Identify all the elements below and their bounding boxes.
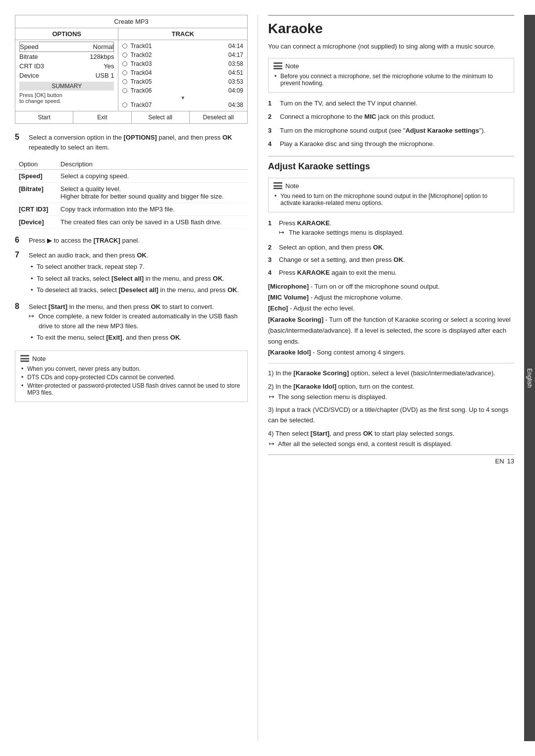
step-8-text: Select [Start] in the menu, and then pre…	[29, 302, 248, 345]
track-time-7: 04:38	[228, 101, 243, 108]
adjust-step-1: 1 Press KARAOKE. The karaoke settings me…	[268, 218, 514, 240]
step-8-arrow-1: Once complete, a new folder is created a…	[29, 311, 248, 331]
select-all-button[interactable]: Select all	[132, 111, 190, 123]
exit-button[interactable]: Exit	[73, 111, 131, 123]
option-desc-bitrate: Select a quality level.Higher bitrate fo…	[56, 183, 248, 203]
adjust-step-4-text: Press KARAOKE again to exit the menu.	[279, 268, 397, 278]
step-7-bullet-3: To deselect all tracks, select [Deselect…	[29, 285, 239, 295]
track-time-6: 04:09	[228, 87, 243, 94]
track-time-5: 03:53	[228, 78, 243, 85]
karaoke-step-2-num: 2	[268, 112, 275, 122]
karaoke-title: Karaoke	[268, 15, 514, 37]
option-desc-crtid3: Copy track information into the MP3 file…	[56, 203, 248, 216]
adjust-step-3-num: 3	[268, 255, 275, 265]
adjust-note-header: Note	[273, 182, 509, 190]
track-header: TRACK	[118, 28, 248, 40]
note-box-1: Note When you convert, never press any b…	[15, 351, 248, 402]
track-name-7: Track07	[130, 101, 225, 108]
karaoke-intro: You can connect a microphone (not suppli…	[268, 42, 514, 52]
step-7-bullet-1: To select another track, repeat step 7.	[29, 262, 239, 272]
bottom-buttons: Start Exit Select all Deselect all	[15, 111, 248, 124]
track-item-4[interactable]: Track04 04:51	[122, 68, 243, 77]
option-key-speed: [Speed]	[15, 170, 56, 183]
option-key-crtid3: [CRT ID3]	[15, 203, 56, 216]
en-label: EN	[495, 457, 504, 465]
track-circle-6	[122, 88, 127, 93]
karaoke-step-3-text: Turn on the microphone sound output (see…	[280, 126, 485, 136]
adjust-note-icon	[273, 182, 282, 189]
track-item-5[interactable]: Track05 03:53	[122, 77, 243, 86]
step-7: 7 Select an audio track, and then press …	[15, 251, 248, 297]
track-item-6[interactable]: Track06 04:09	[122, 86, 243, 95]
track-item-7[interactable]: Track07 04:38	[122, 101, 243, 109]
bottom-step-4: 4) Then select [Start], and press OK to …	[268, 429, 514, 450]
option-crtid3-label: CRT ID3	[19, 62, 44, 70]
bottom-step-3: 3) Input a track (VCD/SVCD) or a title/c…	[268, 405, 514, 426]
option-key-device: [Device]	[15, 216, 56, 229]
bottom-section: 1) In the [Karaoke Scoring] option, sele…	[268, 363, 514, 450]
option-row-crtid3: [CRT ID3] Copy track information into th…	[15, 203, 248, 216]
note-item-1-3: Writer-protected or password-protected U…	[20, 382, 242, 396]
track-time-3: 03:58	[228, 60, 243, 67]
col-desc: Description	[56, 159, 248, 170]
option-device[interactable]: Device USB 1	[19, 71, 114, 80]
adjust-step-2-text: Select an option, and then press OK.	[279, 243, 384, 252]
adjust-step-2-num: 2	[268, 243, 275, 252]
option-bitrate-value: 128kbps	[90, 53, 114, 60]
track-name-4: Track04	[130, 69, 225, 76]
step-7-text: Select an audio track, and then press OK…	[29, 251, 239, 297]
step-5: 5 Select a conversion option in the [OPT…	[15, 133, 248, 152]
press-ok-note: Press [OK] buttonto change speed.	[19, 92, 114, 104]
options-desc-table: Option Description [Speed] Select a copy…	[15, 159, 248, 229]
track-item-1[interactable]: Track01 04:14	[122, 42, 243, 50]
track-circle-4	[122, 70, 127, 75]
karaoke-step-1-text: Turn on the TV, and select the TV input …	[280, 99, 418, 108]
adjust-step-1-text: Press KARAOKE. The karaoke settings menu…	[279, 218, 404, 240]
option-key-bitrate: [Bitrate]	[15, 183, 56, 203]
track-time-4: 04:51	[228, 69, 243, 76]
options-header: OPTIONS	[15, 28, 118, 40]
option-desc-device: The created files can only be saved in a…	[56, 216, 248, 229]
step-5-text: Select a conversion option in the [OPTIO…	[29, 133, 248, 152]
option-speed[interactable]: Speed Normal	[19, 42, 114, 52]
option-desc-speed: Select a copying speed.	[56, 170, 248, 183]
option-bitrate[interactable]: Bitrate 128kbps	[19, 52, 114, 61]
page-number-row: EN 13	[268, 454, 514, 465]
karaoke-step-3: 3 Turn on the microphone sound output (s…	[268, 126, 514, 136]
adjust-note-box: Note You need to turn on the microphone …	[268, 178, 514, 212]
start-button[interactable]: Start	[15, 111, 73, 123]
track-item-2[interactable]: Track02 04:17	[122, 50, 243, 59]
karaoke-step-4: 4 Play a Karaoke disc and sing through t…	[268, 139, 514, 149]
option-crtid3[interactable]: CRT ID3 Yes	[19, 61, 114, 71]
step-7-bullet-2: To select all tracks, select [Select all…	[29, 274, 239, 284]
karaoke-note-list: Before you connect a microphone, set the…	[273, 73, 509, 87]
track-item-3[interactable]: Track03 03:58	[122, 59, 243, 68]
option-crtid3-value: Yes	[104, 62, 114, 70]
karaoke-note-header: Note	[273, 62, 509, 70]
bottom-step-4-arrow: After all the selected songs end, a cont…	[268, 439, 514, 450]
language-tab: English	[524, 15, 535, 741]
right-column: Karaoke You can connect a microphone (no…	[258, 15, 524, 741]
track-name-1: Track01	[130, 43, 225, 50]
note-icon-1	[20, 355, 29, 362]
option-row-speed: [Speed] Select a copying speed.	[15, 170, 248, 183]
adjust-step-4: 4 Press KARAOKE again to exit the menu.	[268, 268, 514, 278]
karaoke-note-item-1: Before you connect a microphone, set the…	[273, 73, 509, 87]
create-mp3-table: Create MP3 OPTIONS TRACK Speed Normal Bi…	[15, 15, 248, 124]
karaoke-step-4-num: 4	[268, 139, 275, 149]
deselect-all-button[interactable]: Deselect all	[190, 111, 247, 123]
create-mp3-title: Create MP3	[15, 15, 248, 28]
adjust-karaoke-title: Adjust Karaoke settings	[268, 156, 514, 172]
note-item-1-1: When you convert, never press any button…	[20, 365, 242, 372]
adjust-step-3-text: Change or set a setting, and then press …	[279, 255, 405, 265]
adjust-note-list: You need to turn on the microphone sound…	[273, 193, 509, 206]
karaoke-note-box: Note Before you connect a microphone, se…	[268, 58, 514, 93]
track-circle-2	[122, 52, 127, 57]
step-6: 6 Press ▶ to access the [TRACK] panel.	[15, 236, 248, 246]
option-row-device: [Device] The created files can only be s…	[15, 216, 248, 229]
note-label-1: Note	[32, 355, 46, 362]
option-device-value: USB 1	[96, 72, 114, 79]
track-name-5: Track05	[130, 78, 225, 85]
track-body: Track01 04:14 Track02 04:17 Track03 03:5…	[118, 40, 248, 111]
track-name-2: Track02	[130, 51, 225, 58]
